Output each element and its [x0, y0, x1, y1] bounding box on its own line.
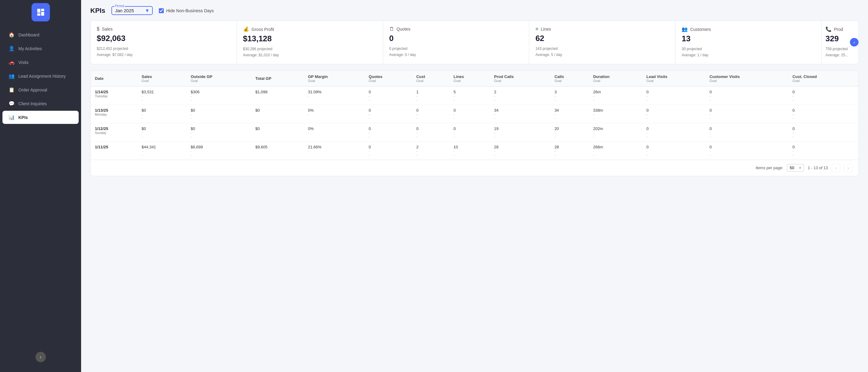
cell-sales: $3,531--	[137, 86, 186, 105]
cell-prod-calls: 19--	[490, 123, 550, 141]
cell-quotes: 0--	[365, 141, 412, 160]
cell-date: 1/11/25	[91, 141, 137, 160]
sidebar: 🏠 Dashboard 👤 My Activities 🚗 Visits 👥 L…	[0, 0, 81, 372]
period-select[interactable]: Jan 2025 Dec 2024 Nov 2024	[115, 8, 141, 13]
main-content: KPIs Period Jan 2025 Dec 2024 Nov 2024 ▼…	[81, 0, 868, 372]
chat-icon: 💬	[8, 101, 15, 106]
table-body: 1/14/25 Tuesday $3,531-- $306-- $1,098 3…	[91, 86, 859, 160]
cell-calls: 34--	[550, 105, 589, 123]
cell-customer-visits: 0--	[705, 141, 788, 160]
cell-cust-closed: 0--	[788, 123, 859, 141]
cell-customer-visits: 0--	[705, 86, 788, 105]
cell-prod-calls: 2--	[490, 86, 550, 105]
cell-date: 1/13/25 Monday	[91, 105, 137, 123]
cell-lead-visits: 0--	[642, 141, 705, 160]
sidebar-item-visits[interactable]: 🚗 Visits	[2, 56, 79, 69]
th-date: Date	[91, 71, 137, 87]
kpi-value-gross-profit: $13,128	[243, 34, 377, 43]
table-row: 1/11/25 $44,341-- $6,699-- $9,605 21.66%…	[91, 141, 859, 160]
kpi-value-customers: 13	[682, 34, 815, 43]
customers-icon: 👥	[682, 26, 688, 32]
th-outside-gp-goal: Outside GP Goal	[186, 71, 251, 87]
table-row: 1/13/25 Monday $0-- $0-- $0 0%- 0-- 0-- …	[91, 105, 859, 123]
cell-cust: 0--	[412, 123, 449, 141]
sidebar-item-lead-assignment-history[interactable]: 👥 Lead Assignment History	[2, 69, 79, 82]
kpi-label-gross-profit: Gross Profit	[252, 27, 274, 32]
period-select-wrap: Period Jan 2025 Dec 2024 Nov 2024 ▼	[112, 6, 153, 15]
items-per-page-select[interactable]: 50 25 100	[787, 164, 804, 172]
pagination-next-button[interactable]: ›	[844, 164, 852, 172]
cell-cust-closed: 0--	[788, 86, 859, 105]
cell-cust: 2--	[412, 141, 449, 160]
phone-icon: 📞	[826, 26, 832, 32]
th-total-gp: Total GP	[251, 71, 304, 87]
kpi-card-prod: 📞 Prod 329 759 projected Average: 25... …	[822, 21, 859, 64]
cell-outside-gp: $0--	[186, 105, 251, 123]
page-title: KPIs	[90, 7, 105, 15]
cell-date: 1/12/25 Sunday	[91, 123, 137, 141]
cell-gp-margin: 21.66%-	[304, 141, 364, 160]
kpi-card-customers: 👥 Customers 13 30 projected Average: 1 /…	[676, 21, 822, 64]
cell-lines: 0--	[449, 105, 490, 123]
cell-cust: 1--	[412, 86, 449, 105]
kpi-cards-row: $ Sales $92,063 $212,452 projected Avera…	[90, 21, 859, 64]
cell-outside-gp: $306--	[186, 86, 251, 105]
cell-duration: 202m--	[589, 123, 642, 141]
sidebar-item-order-approval[interactable]: 📋 Order Approval	[2, 83, 79, 96]
hide-non-business-days-checkbox[interactable]	[159, 8, 164, 13]
cell-quotes: 0--	[365, 105, 412, 123]
cell-prod-calls: 34--	[490, 105, 550, 123]
money-bag-icon: 💰	[243, 26, 249, 32]
cell-lines: 0--	[449, 123, 490, 141]
th-lead-visits-goal: Lead Visits Goal	[642, 71, 705, 87]
cell-lead-visits: 0--	[642, 105, 705, 123]
cell-lead-visits: 0--	[642, 86, 705, 105]
kpi-card-sales: $ Sales $92,063 $212,452 projected Avera…	[91, 21, 237, 64]
cell-calls: 20--	[550, 123, 589, 141]
sidebar-item-label: KPIs	[18, 115, 28, 120]
pagination-prev-button[interactable]: ‹	[832, 164, 840, 172]
cell-lines: 10--	[449, 141, 490, 160]
table-row: 1/14/25 Tuesday $3,531-- $306-- $1,098 3…	[91, 86, 859, 105]
quotes-icon: 🗒	[389, 26, 394, 32]
chart-icon: 📊	[8, 114, 15, 120]
cell-duration: 338m--	[589, 105, 642, 123]
cell-cust: 0--	[412, 105, 449, 123]
cell-lines: 5--	[449, 86, 490, 105]
kpi-table: Date Sales Goal Outside GP Goal Total GP…	[91, 71, 859, 160]
cell-cust-closed: 0--	[788, 105, 859, 123]
sidebar-toggle-button[interactable]: ‹	[35, 352, 46, 362]
th-prod-calls-goal: Prod Calls Goal	[490, 71, 550, 87]
kpi-sub-prod: 759 projected Average: 25...	[826, 46, 855, 59]
sidebar-item-kpis[interactable]: 📊 KPIs	[2, 111, 79, 124]
sidebar-item-my-activities[interactable]: 👤 My Activities	[2, 42, 79, 55]
sidebar-item-dashboard[interactable]: 🏠 Dashboard	[2, 28, 79, 41]
cell-calls: 28--	[550, 141, 589, 160]
kpi-label-customers: Customers	[690, 27, 711, 32]
cell-date: 1/14/25 Tuesday	[91, 86, 137, 105]
cell-prod-calls: 28--	[490, 141, 550, 160]
cell-gp-margin: 31.09%-	[304, 86, 364, 105]
th-cust-closed-goal: Cust. Closed Goal	[788, 71, 859, 87]
sidebar-nav: 🏠 Dashboard 👤 My Activities 🚗 Visits 👥 L…	[0, 25, 81, 347]
th-sales-goal: Sales Goal	[137, 71, 186, 87]
sidebar-item-client-inquiries[interactable]: 💬 Client Inquiries	[2, 97, 79, 110]
cell-lead-visits: 0--	[642, 123, 705, 141]
cell-duration: 266m--	[589, 141, 642, 160]
dollar-icon: $	[97, 26, 99, 32]
kpi-label-prod: Prod	[834, 27, 843, 32]
table-footer: Items per page: 50 25 100 1 - 13 of 13 ‹…	[91, 160, 859, 176]
sidebar-item-label: My Activities	[18, 46, 42, 51]
sidebar-item-label: Lead Assignment History	[18, 74, 66, 79]
app-logo	[32, 3, 50, 22]
cell-total-gp: $9,605	[251, 141, 304, 160]
sidebar-item-label: Client Inquiries	[18, 101, 47, 106]
kpi-label-lines: Lines	[541, 27, 551, 32]
kpi-sub-customers: 30 projected Average: 1 / day	[682, 46, 815, 59]
home-icon: 🏠	[8, 32, 15, 38]
cell-customer-visits: 0--	[705, 123, 788, 141]
cell-sales: $0--	[137, 123, 186, 141]
kpi-cards-next-button[interactable]: ›	[850, 38, 859, 46]
cell-cust-closed: 0--	[788, 141, 859, 160]
hide-non-business-days-checkbox-wrap[interactable]: Hide Non-Business Days	[159, 8, 214, 13]
